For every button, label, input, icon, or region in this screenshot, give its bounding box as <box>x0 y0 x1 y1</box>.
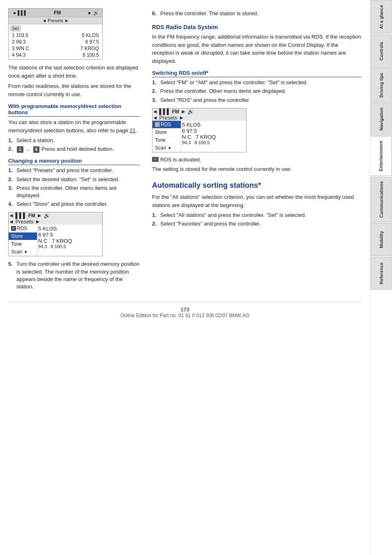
station-row: 94.3 8 100.5 <box>182 140 245 145</box>
display2-menu-items: ✓ RDS Store Tone Scan ▼ <box>9 225 37 256</box>
display3-header: ◄ ▌▌▌ FM ► 🔊 <box>152 108 246 115</box>
list-item: 2. Select "Favorites" and press the cont… <box>152 220 362 228</box>
station-num-3: 3 WN C <box>12 46 29 51</box>
sidebar-tab-communications[interactable]: Communications <box>371 177 392 222</box>
station-row: 5 KLOS <box>182 122 245 128</box>
station-row: 2 99.3 6 97.5 <box>10 39 101 45</box>
list-item: 2. 1 ... 6 Press and hold desired button… <box>8 145 140 153</box>
page-wrapper: ◄ ▌▌▌ FM ► 🔊 ◄ Presets ► Set 1 103.5 5 K… <box>0 0 392 555</box>
auto-sort-steps: 1. Select "All stations" and press the c… <box>152 212 362 228</box>
section2-steps: 1. Select "Presets" and press the contro… <box>8 167 140 208</box>
station-row: N C 7 KROQ <box>38 238 101 244</box>
station-row: 3 WN C 7 KROQ <box>10 45 101 52</box>
rds-check-icon: ✓ <box>11 226 16 231</box>
scan-arrow2-icon: ▼ <box>168 146 172 150</box>
station-row: 4 94.3 8 100.5 <box>10 52 101 58</box>
set-label: Set <box>10 25 21 31</box>
menu-item-scan2: Scan ▼ <box>152 144 181 152</box>
list-item: 1. Select "All stations" and press the c… <box>152 212 362 219</box>
menu-item-store: Store <box>9 233 37 240</box>
sidebar-tab-driving-tips[interactable]: Driving tips <box>371 68 392 102</box>
sidebar-tabs: At a glance Controls Driving tips Naviga… <box>370 0 392 555</box>
switching-rds-title: Switching RDS on/off* <box>152 70 362 77</box>
display1-fm-label: FM <box>54 10 61 16</box>
menu-item-scan: Scan ▼ <box>9 248 37 256</box>
footer-text: Online Edition for Part no. 01 41 0 013 … <box>120 313 249 318</box>
auto-sort-title: Automatically sorting stations* <box>152 181 362 190</box>
list-item: 3. Press the controller. Other menu item… <box>8 184 140 199</box>
list-item: 6. Press the controller. The station is … <box>152 10 362 17</box>
menu-item-store2: Store <box>152 129 181 136</box>
station-row: 5 KLOS <box>38 226 101 232</box>
scan-arrow-icon: ▼ <box>24 250 28 254</box>
menu-display-2: ◄ ▌▌▌ FM ► 🔊 ◄ Presets ► ✓ RDS Store Ton <box>8 212 103 256</box>
section-changing-memory-title: Changing a memory position <box>8 158 140 165</box>
main-content: ◄ ▌▌▌ FM ► 🔊 ◄ Presets ► Set 1 103.5 5 K… <box>0 0 370 555</box>
menu-item-rds: ✓ RDS <box>9 225 37 233</box>
menu-item-tone2: Tone <box>152 136 181 144</box>
sidebar-tab-reference[interactable]: Reference <box>371 257 392 290</box>
section-programmable-title: With programmable memory/direct selectio… <box>8 103 140 117</box>
station-name-1: 5 KLOS <box>82 32 99 38</box>
station-row: 94.3 8 100.5 <box>38 244 101 249</box>
rds-activated-line: ✓ RDS is activated. <box>152 157 362 163</box>
display2-station-list: 5 KLOS 6 97.5 N C 7 KROQ 94.3 8 100.5 <box>37 225 102 256</box>
left-column: ◄ ▌▌▌ FM ► 🔊 ◄ Presets ► Set 1 103.5 5 K… <box>8 8 140 294</box>
list-item: 1. Select "FM" or "AM" and press the con… <box>152 79 362 86</box>
sidebar-tab-controls[interactable]: Controls <box>371 35 392 67</box>
auto-sort-body: For the "All stations" selection criteri… <box>152 193 362 209</box>
button-6: 6 <box>33 146 40 153</box>
display3-station-list: 5 KLOS 6 97.5 N C 7 KROQ 94.3 8 100.5 <box>181 121 246 152</box>
step5-text: Turn the controller until the desired me… <box>16 260 140 290</box>
display2-header: ◄ ▌▌▌ FM ► 🔊 <box>9 212 102 219</box>
list-item: 4. Select "Store" and press the controll… <box>8 200 140 208</box>
menu-display-3: ◄ ▌▌▌ FM ► 🔊 ◄ Presets ► ✓ RDS Store Ton <box>152 108 247 152</box>
two-column-layout: ◄ ▌▌▌ FM ► 🔊 ◄ Presets ► Set 1 103.5 5 K… <box>8 8 362 294</box>
station-num-1: 1 103.5 <box>12 32 28 38</box>
display2-presets: ◄ Presets ► <box>9 219 102 225</box>
display2-fm-label: FM <box>28 213 35 219</box>
display3-body: ✓ RDS Store Tone Scan ▼ 5 KLOS 6 97.5 N … <box>152 121 246 152</box>
sidebar-tab-navigation[interactable]: Navigation <box>371 103 392 136</box>
display2-arrow-right: ► 🔊 <box>37 212 50 219</box>
list-item: 3. Select "RDS" and press the controller… <box>152 97 362 104</box>
rds-note: The setting is stored for the remote con… <box>152 165 362 173</box>
radio-display-1: ◄ ▌▌▌ FM ► 🔊 ◄ Presets ► Set 1 103.5 5 K… <box>8 8 103 60</box>
display3-fm-label: FM <box>172 109 179 115</box>
rds-activated-text: RDS is activated. <box>160 157 201 163</box>
display1-arrow-left: ◄ ▌▌▌ <box>12 10 27 15</box>
step5-list: 5. Turn the controller until the desired… <box>8 260 140 290</box>
para2: From radio readiness, the stations are s… <box>8 82 140 98</box>
rds-body: In the FM frequency range, additional in… <box>152 33 362 65</box>
para1: The stations of the last selection crite… <box>8 64 140 80</box>
display1-header: ◄ ▌▌▌ FM ► 🔊 <box>9 9 102 17</box>
page-number: 173 <box>180 306 189 313</box>
display2-arrow-left: ◄ ▌▌▌ <box>9 212 27 219</box>
section1-steps: 1. Select a station. 2. 1 ... 6 Press an… <box>8 137 140 153</box>
menu-item-tone: Tone <box>9 240 37 248</box>
station-num-4: 4 94.3 <box>12 52 25 58</box>
display3-presets: ◄ Presets ► <box>152 115 246 121</box>
sidebar-tab-at-a-glance[interactable]: At a glance <box>371 0 392 34</box>
station-row: 6 97.5 <box>38 232 101 238</box>
rds-activated-icon: ✓ <box>152 157 159 162</box>
display2-body: ✓ RDS Store Tone Scan ▼ 5 KLOS 6 97.5 N … <box>9 225 102 256</box>
list-item: 5. Turn the controller until the desired… <box>8 260 140 290</box>
sidebar-tab-mobility[interactable]: Mobility <box>371 223 392 256</box>
rds-check-active-icon: ✓ <box>155 122 160 127</box>
switching-rds-steps: 1. Select "FM" or "AM" and press the con… <box>152 79 362 104</box>
display3-menu-items: ✓ RDS Store Tone Scan ▼ <box>152 121 181 152</box>
station-name-3: 7 KROQ <box>81 46 99 51</box>
menu-item-rds-active: ✓ RDS <box>152 121 181 129</box>
sidebar-tab-entertainment[interactable]: Entertainment <box>371 136 392 176</box>
list-item: 1. Select "Presets" and press the contro… <box>8 167 140 174</box>
display3-arrow-right: ► 🔊 <box>181 108 194 115</box>
section1-body: You can also store a station on the prog… <box>8 118 140 134</box>
step6-list: 6. Press the controller. The station is … <box>152 10 362 17</box>
list-item: 2. Press the controller. Other menu item… <box>152 88 362 95</box>
station-row: 6 97.5 <box>182 128 245 134</box>
display1-arrow-right: ► 🔊 <box>88 10 99 16</box>
display3-arrow-left: ◄ ▌▌▌ <box>152 108 171 115</box>
station-num-2: 2 99.3 <box>12 39 25 45</box>
display1-stations: Set 1 103.5 5 KLOS 2 99.3 6 97.5 3 WN C <box>9 24 102 59</box>
